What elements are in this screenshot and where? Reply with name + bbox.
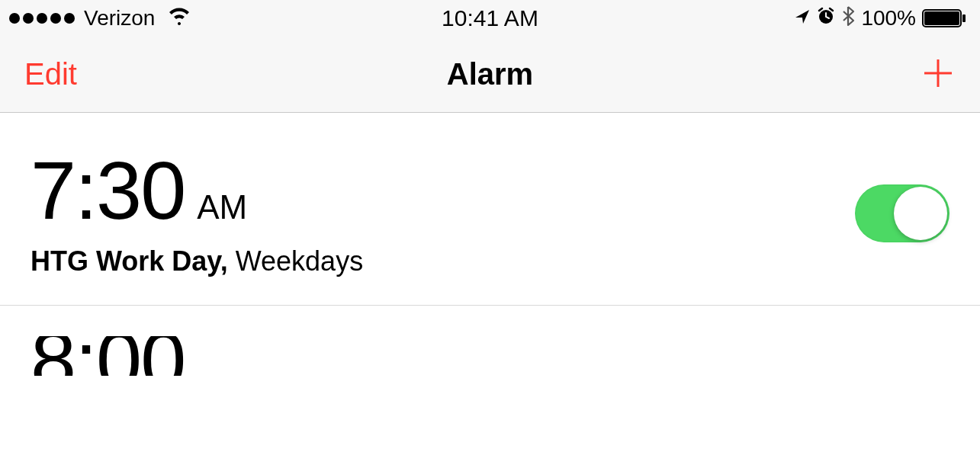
alarm-repeat: Weekdays bbox=[228, 245, 363, 277]
signal-strength-icon bbox=[9, 13, 75, 24]
alarm-toggle[interactable] bbox=[855, 184, 949, 242]
alarm-time: 7:30 bbox=[31, 149, 185, 232]
alarm-info: 7:30 AM HTG Work Day, Weekdays bbox=[31, 149, 363, 277]
alarm-time: 8:00 bbox=[31, 336, 949, 376]
alarm-clock-icon bbox=[817, 6, 835, 30]
status-left: Verizon bbox=[9, 6, 191, 30]
page-title: Alarm bbox=[447, 57, 533, 91]
svg-rect-2 bbox=[924, 11, 959, 25]
status-time: 10:41 AM bbox=[442, 5, 538, 31]
add-alarm-button[interactable] bbox=[921, 56, 956, 94]
alarm-row[interactable]: 8:00 bbox=[0, 306, 980, 376]
bluetooth-icon bbox=[841, 5, 855, 32]
toggle-knob bbox=[894, 187, 947, 240]
battery-icon bbox=[922, 8, 966, 28]
plus-icon bbox=[921, 56, 956, 91]
location-icon bbox=[794, 6, 811, 30]
alarm-row[interactable]: 7:30 AM HTG Work Day, Weekdays bbox=[0, 113, 980, 306]
carrier-label: Verizon bbox=[84, 6, 155, 30]
wifi-icon bbox=[167, 6, 191, 30]
status-right: 100% bbox=[794, 5, 966, 32]
alarm-subtitle: HTG Work Day, Weekdays bbox=[31, 245, 363, 277]
alarm-ampm: AM bbox=[197, 188, 247, 226]
alarm-list: 7:30 AM HTG Work Day, Weekdays 8:00 bbox=[0, 113, 980, 376]
nav-bar: Edit Alarm bbox=[0, 37, 980, 113]
battery-percent: 100% bbox=[861, 6, 916, 30]
status-bar: Verizon 10:41 AM 100% bbox=[0, 0, 980, 37]
edit-button[interactable]: Edit bbox=[24, 57, 77, 91]
alarm-label: HTG Work Day, bbox=[31, 245, 228, 277]
svg-rect-3 bbox=[962, 14, 966, 22]
